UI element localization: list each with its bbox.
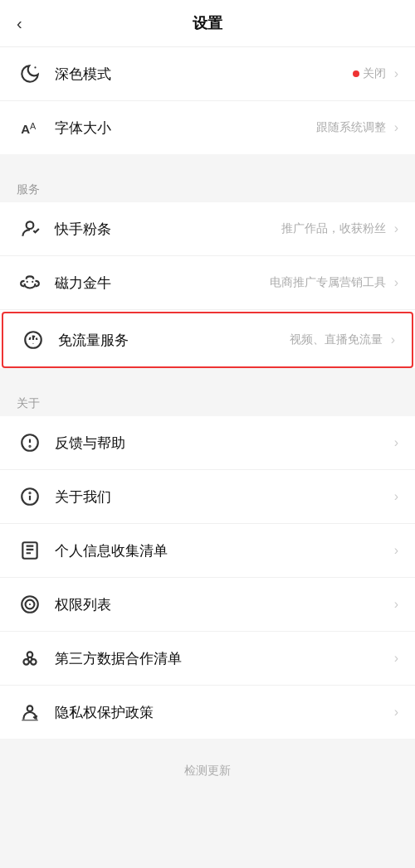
free-traffic-arrow: › bbox=[391, 332, 395, 347]
personal-info-right: › bbox=[394, 543, 398, 558]
dark-mode-right: 关闭 › bbox=[348, 66, 398, 81]
bottom-bar[interactable]: 检测更新 bbox=[0, 747, 415, 795]
section-service: 快手粉条 推广作品，收获粉丝 › 磁力金牛 电商推广专属营销工具 › bbox=[0, 202, 415, 368]
svg-point-11 bbox=[29, 492, 30, 493]
svg-point-3 bbox=[27, 221, 34, 229]
font-size-arrow: › bbox=[394, 120, 398, 135]
menu-item-personal-info[interactable]: 个人信息收集清单 › bbox=[0, 524, 415, 578]
free-traffic-right: 视频、直播免流量 › bbox=[290, 332, 395, 347]
svg-point-7 bbox=[32, 343, 33, 344]
about-us-arrow: › bbox=[394, 489, 398, 504]
section-about-label: 关于 bbox=[0, 385, 415, 416]
bull-right: 电商推广专属营销工具 › bbox=[270, 275, 398, 290]
permissions-arrow: › bbox=[394, 597, 398, 612]
font-size-icon: A A bbox=[17, 114, 43, 141]
privacy-icon bbox=[17, 699, 43, 725]
dark-mode-dot bbox=[353, 70, 359, 77]
svg-point-4 bbox=[27, 281, 28, 283]
permissions-right: › bbox=[394, 597, 398, 612]
personal-info-arrow: › bbox=[394, 543, 398, 558]
feedback-label: 反馈与帮助 bbox=[55, 434, 394, 453]
fans-label: 快手粉条 bbox=[55, 220, 281, 239]
privacy-arrow: › bbox=[394, 705, 398, 720]
menu-item-magnetic-bull[interactable]: 磁力金牛 电商推广专属营销工具 › bbox=[0, 256, 415, 310]
feedback-right: › bbox=[394, 435, 398, 450]
divider-2 bbox=[0, 376, 415, 385]
feedback-arrow: › bbox=[394, 435, 398, 450]
free-traffic-label: 免流量服务 bbox=[58, 331, 290, 350]
fans-value: 推广作品，收获粉丝 bbox=[281, 221, 386, 236]
back-button[interactable]: ‹ bbox=[17, 14, 22, 33]
menu-item-privacy[interactable]: 隐私权保护政策 › bbox=[0, 686, 415, 739]
section-display: 深色模式 关闭 › A A 字体大小 跟随系统调整 › bbox=[0, 47, 415, 154]
personal-info-label: 个人信息收集清单 bbox=[55, 541, 394, 560]
font-size-right: 跟随系统调整 › bbox=[316, 120, 398, 135]
privacy-label: 隐私权保护政策 bbox=[55, 703, 394, 722]
menu-item-free-traffic[interactable]: 免流量服务 视频、直播免流量 › bbox=[2, 312, 413, 368]
svg-point-5 bbox=[32, 281, 33, 283]
menu-item-dark-mode[interactable]: 深色模式 关闭 › bbox=[0, 47, 415, 101]
header: ‹ 设置 bbox=[0, 0, 415, 47]
bull-value: 电商推广专属营销工具 bbox=[270, 275, 386, 290]
third-party-label: 第三方数据合作清单 bbox=[55, 649, 394, 668]
fans-icon bbox=[17, 216, 43, 242]
section-about: 反馈与帮助 › 关于我们 › 个人信息收集清单 › bbox=[0, 416, 415, 739]
svg-point-19 bbox=[27, 706, 33, 711]
divider-1 bbox=[0, 162, 415, 171]
bottom-label[interactable]: 检测更新 bbox=[184, 764, 231, 777]
bull-arrow: › bbox=[394, 275, 398, 290]
about-us-label: 关于我们 bbox=[55, 487, 394, 507]
third-party-icon bbox=[17, 645, 43, 672]
svg-text:A: A bbox=[30, 121, 37, 131]
menu-item-third-party[interactable]: 第三方数据合作清单 › bbox=[0, 632, 415, 686]
permissions-label: 权限列表 bbox=[55, 595, 394, 614]
about-icon bbox=[17, 483, 43, 510]
fans-arrow: › bbox=[394, 221, 398, 236]
dark-mode-value: 关闭 bbox=[363, 66, 386, 81]
menu-item-about-us[interactable]: 关于我们 › bbox=[0, 470, 415, 524]
feedback-icon bbox=[17, 429, 43, 456]
fans-right: 推广作品，收获粉丝 › bbox=[281, 221, 398, 236]
third-party-right: › bbox=[394, 651, 398, 666]
permissions-icon bbox=[17, 591, 43, 618]
font-size-value: 跟随系统调整 bbox=[316, 120, 386, 135]
personal-info-icon bbox=[17, 537, 43, 564]
about-us-right: › bbox=[394, 489, 398, 504]
menu-item-feedback[interactable]: 反馈与帮助 › bbox=[0, 416, 415, 470]
section-service-label: 服务 bbox=[0, 171, 415, 202]
third-party-arrow: › bbox=[394, 651, 398, 666]
menu-item-kuaishou-fans[interactable]: 快手粉条 推广作品，收获粉丝 › bbox=[0, 202, 415, 256]
bull-label: 磁力金牛 bbox=[55, 274, 270, 293]
svg-point-15 bbox=[29, 604, 31, 605]
traffic-icon bbox=[20, 327, 46, 353]
dark-mode-icon bbox=[17, 61, 43, 87]
privacy-right: › bbox=[394, 705, 398, 720]
dark-mode-label: 深色模式 bbox=[55, 65, 348, 84]
svg-point-0 bbox=[34, 66, 36, 68]
menu-item-font-size[interactable]: A A 字体大小 跟随系统调整 › bbox=[0, 101, 415, 154]
page-title: 设置 bbox=[193, 13, 222, 33]
dark-mode-arrow: › bbox=[394, 66, 398, 81]
menu-item-permissions[interactable]: 权限列表 › bbox=[0, 578, 415, 632]
svg-text:A: A bbox=[21, 122, 30, 136]
bull-icon bbox=[17, 269, 43, 296]
svg-point-9 bbox=[29, 446, 30, 447]
font-size-label: 字体大小 bbox=[55, 119, 316, 138]
free-traffic-value: 视频、直播免流量 bbox=[290, 332, 383, 347]
